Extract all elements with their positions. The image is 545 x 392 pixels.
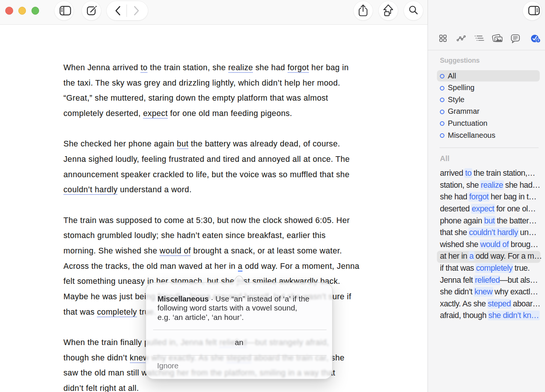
svg-text:?: ? bbox=[537, 39, 539, 42]
